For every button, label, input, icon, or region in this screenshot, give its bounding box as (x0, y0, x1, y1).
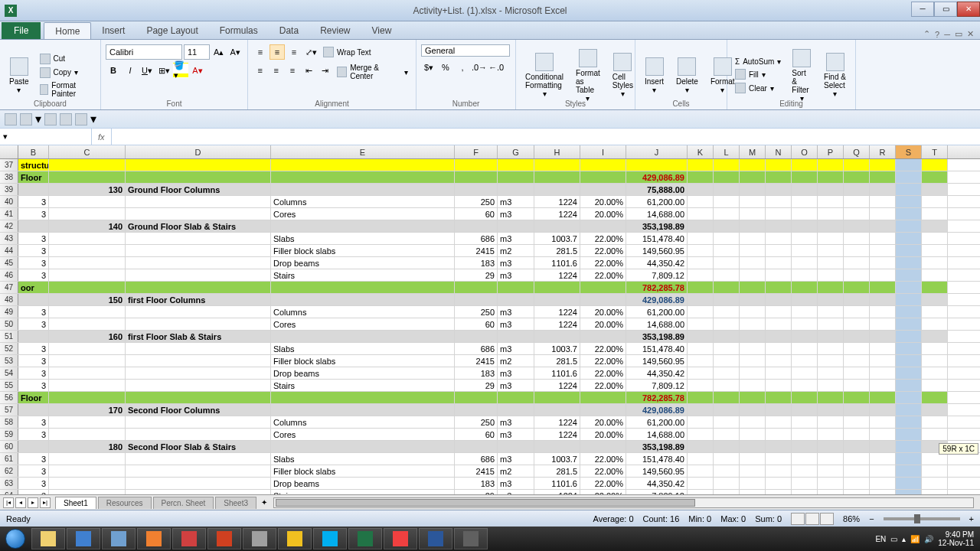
row-header[interactable]: 49 (0, 306, 18, 318)
cell[interactable] (766, 233, 792, 244)
cell[interactable] (580, 392, 626, 403)
tab-formulas[interactable]: Formulas (209, 22, 269, 39)
cell[interactable] (271, 294, 455, 305)
cell[interactable] (870, 343, 896, 354)
cell[interactable] (922, 490, 948, 494)
cell[interactable]: 250 (455, 196, 498, 207)
cell[interactable] (896, 404, 922, 416)
cell[interactable]: 22.00% (580, 233, 626, 244)
cell[interactable]: 3 (18, 416, 49, 428)
task-primavera[interactable] (172, 528, 206, 549)
task-powerpoint[interactable] (207, 528, 241, 549)
row-header[interactable]: 56 (0, 392, 18, 403)
cell[interactable] (896, 306, 922, 318)
cell[interactable]: 29 (455, 269, 498, 281)
cell[interactable] (740, 416, 766, 428)
cell[interactable] (688, 184, 714, 195)
increase-decimal-icon[interactable]: .0→ (472, 60, 487, 75)
sheet-nav-prev-icon[interactable]: ◂ (15, 497, 26, 508)
fill-color-button[interactable]: 🪣▾ (173, 63, 188, 78)
cell[interactable]: 180 (49, 441, 126, 452)
cell[interactable] (844, 294, 870, 305)
cell[interactable]: 1224 (534, 196, 580, 207)
minimize-button[interactable]: ─ (911, 2, 934, 17)
fill-button[interactable]: Fill ▾ (732, 68, 784, 80)
normal-view-icon[interactable] (791, 513, 805, 525)
tray-flag-icon[interactable]: ▭ (890, 535, 897, 543)
cell[interactable] (740, 257, 766, 269)
cell[interactable]: 183 (455, 367, 498, 379)
cell[interactable] (714, 233, 740, 244)
cell[interactable] (870, 453, 896, 465)
cell[interactable] (896, 453, 922, 465)
cell[interactable] (792, 233, 818, 244)
cell[interactable] (870, 380, 896, 391)
cell[interactable] (49, 208, 126, 220)
cell[interactable] (534, 220, 580, 232)
cell[interactable]: 170 (49, 404, 126, 416)
cell[interactable]: m2 (498, 355, 534, 367)
cell[interactable] (766, 171, 792, 183)
cell[interactable] (844, 355, 870, 367)
cell[interactable]: Stairs (271, 380, 455, 391)
cell[interactable] (688, 306, 714, 318)
cell[interactable]: m3 (498, 343, 534, 354)
cell[interactable]: 1224 (534, 380, 580, 391)
decrease-font-icon[interactable]: A▾ (228, 44, 243, 60)
cell[interactable] (714, 331, 740, 342)
cell[interactable]: 3 (18, 233, 49, 244)
cell[interactable] (844, 367, 870, 379)
cell[interactable]: 3 (18, 367, 49, 379)
cell[interactable]: 149,560.95 (626, 245, 688, 256)
cell[interactable] (818, 465, 844, 477)
cell[interactable]: oor (18, 282, 49, 293)
cell[interactable]: 3 (18, 465, 49, 477)
cell[interactable] (922, 416, 948, 428)
cell[interactable] (870, 355, 896, 367)
cell[interactable] (534, 171, 580, 183)
cell[interactable] (870, 159, 896, 171)
cell[interactable]: Floor (18, 171, 49, 183)
cell[interactable]: m3 (498, 257, 534, 269)
cell[interactable] (714, 245, 740, 256)
cell[interactable] (740, 331, 766, 342)
cell[interactable]: 3 (18, 306, 49, 318)
cell[interactable] (49, 306, 126, 318)
cell[interactable] (818, 331, 844, 342)
cell[interactable] (534, 159, 580, 171)
currency-icon[interactable]: $▾ (421, 60, 436, 75)
sheet-nav-last-icon[interactable]: ▸| (40, 497, 51, 508)
cell[interactable] (818, 441, 844, 452)
cell[interactable] (740, 478, 766, 489)
cell[interactable] (922, 318, 948, 330)
cell[interactable] (49, 478, 126, 489)
cell[interactable] (126, 343, 271, 354)
cell[interactable] (688, 282, 714, 293)
cell[interactable] (818, 343, 844, 354)
row-header[interactable]: 51 (0, 331, 18, 342)
cell[interactable] (688, 269, 714, 281)
cell[interactable] (922, 294, 948, 305)
row-header[interactable]: 45 (0, 257, 18, 269)
cell[interactable] (688, 392, 714, 403)
cell[interactable]: 61,200.00 (626, 196, 688, 207)
cell[interactable]: 3 (18, 196, 49, 207)
print-preview-icon[interactable] (60, 113, 72, 126)
cell[interactable]: 3 (18, 208, 49, 220)
cell[interactable] (922, 269, 948, 281)
cell[interactable] (714, 220, 740, 232)
cell[interactable] (18, 404, 49, 416)
cell[interactable]: 140 (49, 220, 126, 232)
cell[interactable] (126, 429, 271, 440)
close-button[interactable]: ✕ (957, 2, 980, 17)
cell[interactable] (498, 171, 534, 183)
cell[interactable] (766, 220, 792, 232)
cell[interactable] (922, 343, 948, 354)
cell[interactable]: 22.00% (580, 257, 626, 269)
cell[interactable] (740, 367, 766, 379)
cell[interactable] (870, 367, 896, 379)
cell[interactable]: 1003.7 (534, 343, 580, 354)
cell[interactable] (49, 465, 126, 477)
cell[interactable] (455, 184, 498, 195)
cell[interactable] (714, 367, 740, 379)
